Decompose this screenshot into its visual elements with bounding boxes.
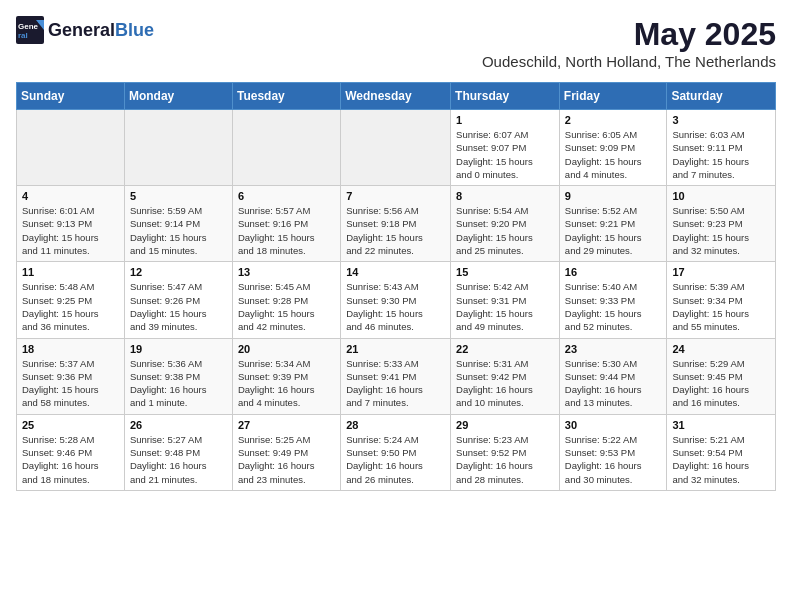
week-row-3: 18Sunrise: 5:37 AMSunset: 9:36 PMDayligh… <box>17 338 776 414</box>
day-info: Sunrise: 5:48 AMSunset: 9:25 PMDaylight:… <box>22 280 119 333</box>
header-wednesday: Wednesday <box>341 83 451 110</box>
calendar-table: SundayMondayTuesdayWednesdayThursdayFrid… <box>16 82 776 491</box>
day-info: Sunrise: 5:54 AMSunset: 9:20 PMDaylight:… <box>456 204 554 257</box>
calendar-cell <box>124 110 232 186</box>
calendar-cell: 12Sunrise: 5:47 AMSunset: 9:26 PMDayligh… <box>124 262 232 338</box>
calendar-header: SundayMondayTuesdayWednesdayThursdayFrid… <box>17 83 776 110</box>
day-number: 25 <box>22 419 119 431</box>
calendar-cell: 10Sunrise: 5:50 AMSunset: 9:23 PMDayligh… <box>667 186 776 262</box>
logo-wordmark: General Blue <box>48 20 154 41</box>
calendar-cell: 16Sunrise: 5:40 AMSunset: 9:33 PMDayligh… <box>559 262 667 338</box>
day-number: 2 <box>565 114 662 126</box>
logo-general: General <box>48 20 115 41</box>
calendar-cell: 13Sunrise: 5:45 AMSunset: 9:28 PMDayligh… <box>232 262 340 338</box>
day-info: Sunrise: 5:34 AMSunset: 9:39 PMDaylight:… <box>238 357 335 410</box>
calendar-cell: 7Sunrise: 5:56 AMSunset: 9:18 PMDaylight… <box>341 186 451 262</box>
calendar-cell: 4Sunrise: 6:01 AMSunset: 9:13 PMDaylight… <box>17 186 125 262</box>
logo-blue: Blue <box>115 20 154 41</box>
calendar-cell: 2Sunrise: 6:05 AMSunset: 9:09 PMDaylight… <box>559 110 667 186</box>
day-info: Sunrise: 5:43 AMSunset: 9:30 PMDaylight:… <box>346 280 445 333</box>
day-number: 6 <box>238 190 335 202</box>
calendar-body: 1Sunrise: 6:07 AMSunset: 9:07 PMDaylight… <box>17 110 776 491</box>
calendar-cell <box>232 110 340 186</box>
day-number: 11 <box>22 266 119 278</box>
calendar-cell: 6Sunrise: 5:57 AMSunset: 9:16 PMDaylight… <box>232 186 340 262</box>
header-saturday: Saturday <box>667 83 776 110</box>
header-sunday: Sunday <box>17 83 125 110</box>
day-number: 1 <box>456 114 554 126</box>
day-number: 24 <box>672 343 770 355</box>
calendar-cell: 8Sunrise: 5:54 AMSunset: 9:20 PMDaylight… <box>451 186 560 262</box>
day-info: Sunrise: 5:31 AMSunset: 9:42 PMDaylight:… <box>456 357 554 410</box>
calendar-cell: 20Sunrise: 5:34 AMSunset: 9:39 PMDayligh… <box>232 338 340 414</box>
calendar-cell: 22Sunrise: 5:31 AMSunset: 9:42 PMDayligh… <box>451 338 560 414</box>
calendar-subtitle: Oudeschild, North Holland, The Netherlan… <box>482 53 776 70</box>
day-number: 14 <box>346 266 445 278</box>
calendar-cell: 15Sunrise: 5:42 AMSunset: 9:31 PMDayligh… <box>451 262 560 338</box>
day-info: Sunrise: 5:27 AMSunset: 9:48 PMDaylight:… <box>130 433 227 486</box>
day-info: Sunrise: 5:30 AMSunset: 9:44 PMDaylight:… <box>565 357 662 410</box>
day-info: Sunrise: 5:22 AMSunset: 9:53 PMDaylight:… <box>565 433 662 486</box>
day-info: Sunrise: 5:40 AMSunset: 9:33 PMDaylight:… <box>565 280 662 333</box>
calendar-cell: 25Sunrise: 5:28 AMSunset: 9:46 PMDayligh… <box>17 414 125 490</box>
day-info: Sunrise: 5:42 AMSunset: 9:31 PMDaylight:… <box>456 280 554 333</box>
day-info: Sunrise: 5:50 AMSunset: 9:23 PMDaylight:… <box>672 204 770 257</box>
day-number: 4 <box>22 190 119 202</box>
day-info: Sunrise: 5:23 AMSunset: 9:52 PMDaylight:… <box>456 433 554 486</box>
day-info: Sunrise: 5:39 AMSunset: 9:34 PMDaylight:… <box>672 280 770 333</box>
day-info: Sunrise: 5:21 AMSunset: 9:54 PMDaylight:… <box>672 433 770 486</box>
day-info: Sunrise: 5:59 AMSunset: 9:14 PMDaylight:… <box>130 204 227 257</box>
day-info: Sunrise: 5:57 AMSunset: 9:16 PMDaylight:… <box>238 204 335 257</box>
day-number: 9 <box>565 190 662 202</box>
calendar-cell: 24Sunrise: 5:29 AMSunset: 9:45 PMDayligh… <box>667 338 776 414</box>
day-number: 7 <box>346 190 445 202</box>
calendar-cell: 21Sunrise: 5:33 AMSunset: 9:41 PMDayligh… <box>341 338 451 414</box>
calendar-cell: 28Sunrise: 5:24 AMSunset: 9:50 PMDayligh… <box>341 414 451 490</box>
calendar-cell: 19Sunrise: 5:36 AMSunset: 9:38 PMDayligh… <box>124 338 232 414</box>
day-number: 15 <box>456 266 554 278</box>
calendar-cell: 17Sunrise: 5:39 AMSunset: 9:34 PMDayligh… <box>667 262 776 338</box>
day-number: 29 <box>456 419 554 431</box>
day-number: 21 <box>346 343 445 355</box>
calendar-cell: 18Sunrise: 5:37 AMSunset: 9:36 PMDayligh… <box>17 338 125 414</box>
calendar-cell: 11Sunrise: 5:48 AMSunset: 9:25 PMDayligh… <box>17 262 125 338</box>
header-monday: Monday <box>124 83 232 110</box>
calendar-cell: 14Sunrise: 5:43 AMSunset: 9:30 PMDayligh… <box>341 262 451 338</box>
day-number: 18 <box>22 343 119 355</box>
week-row-1: 4Sunrise: 6:01 AMSunset: 9:13 PMDaylight… <box>17 186 776 262</box>
day-number: 16 <box>565 266 662 278</box>
day-number: 22 <box>456 343 554 355</box>
calendar-cell: 31Sunrise: 5:21 AMSunset: 9:54 PMDayligh… <box>667 414 776 490</box>
day-info: Sunrise: 5:45 AMSunset: 9:28 PMDaylight:… <box>238 280 335 333</box>
day-number: 12 <box>130 266 227 278</box>
day-info: Sunrise: 5:28 AMSunset: 9:46 PMDaylight:… <box>22 433 119 486</box>
day-info: Sunrise: 6:03 AMSunset: 9:11 PMDaylight:… <box>672 128 770 181</box>
calendar-cell: 1Sunrise: 6:07 AMSunset: 9:07 PMDaylight… <box>451 110 560 186</box>
day-number: 20 <box>238 343 335 355</box>
calendar-cell <box>341 110 451 186</box>
day-number: 28 <box>346 419 445 431</box>
calendar-cell: 30Sunrise: 5:22 AMSunset: 9:53 PMDayligh… <box>559 414 667 490</box>
day-info: Sunrise: 5:52 AMSunset: 9:21 PMDaylight:… <box>565 204 662 257</box>
day-number: 8 <box>456 190 554 202</box>
day-number: 19 <box>130 343 227 355</box>
svg-text:ral: ral <box>18 31 28 40</box>
day-number: 31 <box>672 419 770 431</box>
day-number: 10 <box>672 190 770 202</box>
header-thursday: Thursday <box>451 83 560 110</box>
day-number: 3 <box>672 114 770 126</box>
day-info: Sunrise: 5:33 AMSunset: 9:41 PMDaylight:… <box>346 357 445 410</box>
calendar-cell: 26Sunrise: 5:27 AMSunset: 9:48 PMDayligh… <box>124 414 232 490</box>
day-info: Sunrise: 5:24 AMSunset: 9:50 PMDaylight:… <box>346 433 445 486</box>
day-number: 27 <box>238 419 335 431</box>
day-info: Sunrise: 5:56 AMSunset: 9:18 PMDaylight:… <box>346 204 445 257</box>
calendar-cell: 9Sunrise: 5:52 AMSunset: 9:21 PMDaylight… <box>559 186 667 262</box>
day-info: Sunrise: 6:05 AMSunset: 9:09 PMDaylight:… <box>565 128 662 181</box>
day-number: 17 <box>672 266 770 278</box>
calendar-cell: 23Sunrise: 5:30 AMSunset: 9:44 PMDayligh… <box>559 338 667 414</box>
logo-icon: Gene ral <box>16 16 44 44</box>
page-header: Gene ral General Blue May 2025 Oudeschil… <box>16 16 776 70</box>
calendar-title: May 2025 <box>482 16 776 53</box>
day-number: 13 <box>238 266 335 278</box>
day-info: Sunrise: 5:25 AMSunset: 9:49 PMDaylight:… <box>238 433 335 486</box>
